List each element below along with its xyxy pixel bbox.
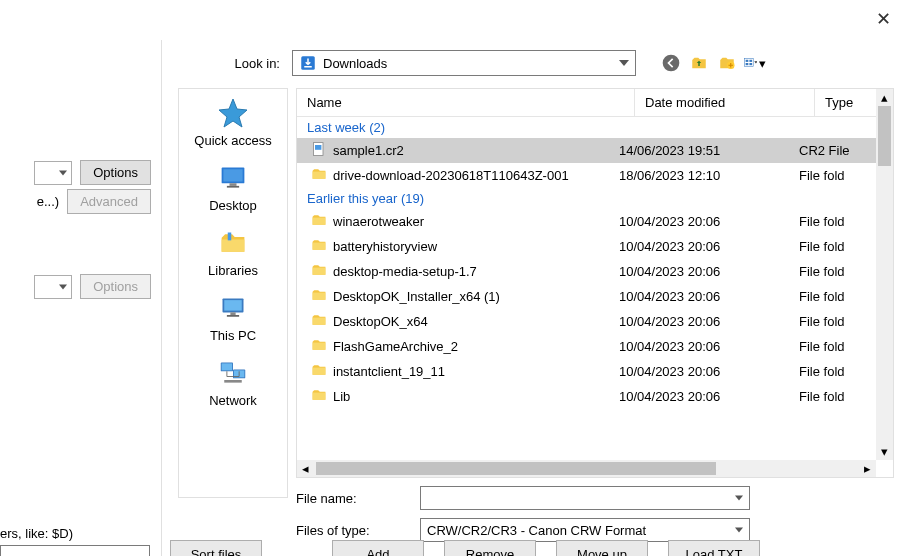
svg-rect-14 bbox=[228, 233, 232, 241]
file-row[interactable]: FlashGameArchive_210/04/2023 20:06File f… bbox=[297, 334, 876, 359]
left-ellipsis-text: e...) bbox=[37, 194, 59, 209]
svg-rect-27 bbox=[313, 218, 326, 225]
up-level-icon[interactable] bbox=[688, 52, 710, 74]
quick-access-icon bbox=[215, 97, 251, 129]
svg-rect-8 bbox=[749, 63, 752, 65]
scroll-left-icon[interactable]: ◂ bbox=[297, 460, 314, 477]
file-row[interactable]: DesktopOK_x6410/04/2023 20:06File fold bbox=[297, 309, 876, 334]
svg-rect-18 bbox=[227, 315, 239, 317]
place-label: Quick access bbox=[194, 133, 271, 148]
column-header-name[interactable]: Name bbox=[297, 89, 635, 116]
file-date: 10/04/2023 20:06 bbox=[619, 314, 799, 329]
file-name: batteryhistoryview bbox=[333, 239, 437, 254]
place-label: This PC bbox=[210, 328, 256, 343]
folder-icon bbox=[311, 312, 327, 331]
moveup-button[interactable]: Move up bbox=[556, 540, 648, 556]
back-icon[interactable] bbox=[660, 52, 682, 74]
svg-rect-16 bbox=[224, 300, 242, 311]
filename-combo[interactable] bbox=[420, 486, 750, 510]
file-row[interactable]: instantclient_19_1110/04/2023 20:06File … bbox=[297, 359, 876, 384]
svg-rect-10 bbox=[223, 169, 242, 181]
place-network[interactable]: Network bbox=[209, 357, 257, 408]
svg-rect-11 bbox=[229, 183, 236, 186]
left-options-panel: Options e...) Advanced Options bbox=[0, 40, 162, 556]
file-row[interactable]: sample1.cr214/06/2023 19:51CR2 File bbox=[297, 138, 876, 163]
scroll-thumb[interactable] bbox=[878, 106, 891, 166]
places-bar: Quick access Desktop Libraries This PC N… bbox=[178, 88, 288, 498]
place-quick-access[interactable]: Quick access bbox=[194, 97, 271, 148]
helper-input[interactable] bbox=[0, 545, 150, 556]
svg-rect-33 bbox=[313, 368, 326, 375]
file-type: File fold bbox=[799, 389, 859, 404]
file-name: sample1.cr2 bbox=[333, 143, 404, 158]
chevron-down-icon bbox=[735, 496, 743, 501]
svg-rect-1 bbox=[304, 66, 312, 68]
place-desktop[interactable]: Desktop bbox=[209, 162, 257, 213]
column-header-type[interactable]: Type bbox=[815, 89, 875, 116]
close-button[interactable]: ✕ bbox=[876, 8, 891, 30]
view-menu-icon[interactable]: ▾ bbox=[744, 52, 766, 74]
sortfiles-button[interactable]: Sort files bbox=[170, 540, 262, 556]
svg-rect-29 bbox=[313, 268, 326, 275]
svg-rect-25 bbox=[315, 145, 321, 150]
left-dropdown-2[interactable] bbox=[34, 275, 72, 299]
svg-rect-17 bbox=[230, 312, 235, 315]
chevron-down-icon bbox=[619, 60, 629, 66]
folder-icon bbox=[311, 262, 327, 281]
file-list: Name Date modified Type Last week (2)sam… bbox=[296, 88, 894, 478]
svg-rect-5 bbox=[746, 60, 749, 62]
file-row[interactable]: DesktopOK_Installer_x64 (1)10/04/2023 20… bbox=[297, 284, 876, 309]
file-row[interactable]: batteryhistoryview10/04/2023 20:06File f… bbox=[297, 234, 876, 259]
filetype-label: Files of type: bbox=[296, 523, 420, 538]
file-type: File fold bbox=[799, 214, 859, 229]
add-button[interactable]: Add bbox=[332, 540, 424, 556]
file-name: winaerotweaker bbox=[333, 214, 424, 229]
scroll-up-icon[interactable]: ▴ bbox=[876, 89, 893, 106]
file-date: 10/04/2023 20:06 bbox=[619, 289, 799, 304]
new-folder-icon[interactable] bbox=[716, 52, 738, 74]
svg-rect-12 bbox=[227, 186, 239, 188]
svg-rect-31 bbox=[313, 318, 326, 325]
svg-rect-32 bbox=[313, 343, 326, 350]
group-header-earlier[interactable]: Earlier this year (19) bbox=[297, 188, 876, 209]
file-date: 10/04/2023 20:06 bbox=[619, 239, 799, 254]
file-date: 10/04/2023 20:06 bbox=[619, 364, 799, 379]
folder-icon bbox=[311, 212, 327, 231]
svg-rect-34 bbox=[313, 393, 326, 400]
file-row[interactable]: Lib10/04/2023 20:06File fold bbox=[297, 384, 876, 409]
place-this-pc[interactable]: This PC bbox=[210, 292, 256, 343]
scroll-thumb[interactable] bbox=[316, 462, 716, 475]
filetype-value: CRW/CR2/CR3 - Canon CRW Format bbox=[427, 523, 646, 538]
remove-button[interactable]: Remove bbox=[444, 540, 536, 556]
file-row[interactable]: winaerotweaker10/04/2023 20:06File fold bbox=[297, 209, 876, 234]
file-type: File fold bbox=[799, 239, 859, 254]
place-libraries[interactable]: Libraries bbox=[208, 227, 258, 278]
file-name: Lib bbox=[333, 389, 350, 404]
scroll-down-icon[interactable]: ▾ bbox=[876, 443, 893, 460]
group-header-lastweek[interactable]: Last week (2) bbox=[297, 117, 876, 138]
helper-text: ers, like: $D) bbox=[0, 526, 73, 541]
filetype-combo[interactable]: CRW/CR2/CR3 - Canon CRW Format bbox=[420, 518, 750, 542]
file-name: instantclient_19_11 bbox=[333, 364, 445, 379]
file-name: DesktopOK_x64 bbox=[333, 314, 428, 329]
loadtxt-button[interactable]: Load TXT bbox=[668, 540, 760, 556]
vertical-scrollbar[interactable]: ▴ ▾ bbox=[876, 89, 893, 460]
column-header-date[interactable]: Date modified bbox=[635, 89, 815, 116]
file-type: File fold bbox=[799, 264, 859, 279]
folder-icon bbox=[311, 337, 327, 356]
svg-rect-23 bbox=[224, 380, 242, 383]
folder-icon bbox=[311, 287, 327, 306]
left-dropdown-1[interactable] bbox=[34, 161, 72, 185]
svg-rect-21 bbox=[222, 363, 233, 370]
scroll-right-icon[interactable]: ▸ bbox=[859, 460, 876, 477]
lookin-combo[interactable]: Downloads bbox=[292, 50, 636, 76]
file-row[interactable]: drive-download-20230618T110643Z-00118/06… bbox=[297, 163, 876, 188]
desktop-icon bbox=[215, 162, 251, 194]
folder-icon bbox=[311, 387, 327, 406]
horizontal-scrollbar[interactable]: ◂ ▸ bbox=[297, 460, 876, 477]
file-row[interactable]: desktop-media-setup-1.710/04/2023 20:06F… bbox=[297, 259, 876, 284]
file-type: File fold bbox=[799, 289, 859, 304]
svg-point-2 bbox=[663, 55, 680, 72]
lookin-value: Downloads bbox=[323, 56, 387, 71]
options-button-1[interactable]: Options bbox=[80, 160, 151, 185]
